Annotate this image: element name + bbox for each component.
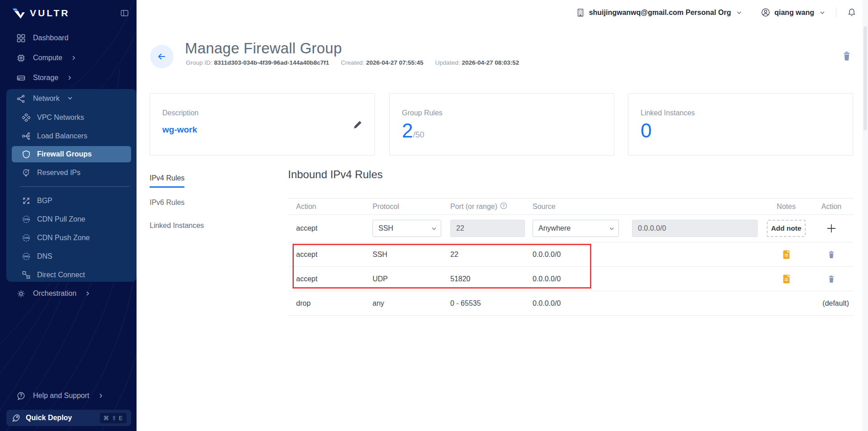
- cdn-pull-zone-icon: CDN: [22, 215, 30, 223]
- back-button[interactable]: [150, 45, 174, 68]
- sidebar-item-cdn-pull-zone[interactable]: CDN CDN Pull Zone: [6, 210, 137, 228]
- pencil-icon: [353, 120, 363, 130]
- chevron-right-icon: [67, 75, 72, 81]
- note-button[interactable]: [782, 274, 791, 284]
- sidebar-item-network[interactable]: Network: [6, 89, 137, 108]
- protocol-select[interactable]: SSH: [373, 220, 441, 237]
- sidebar-item-dns[interactable]: DNS DNS: [6, 247, 137, 265]
- inbound-rules-table: Action Protocol Port (or range) ? Source…: [288, 198, 854, 316]
- chevron-right-icon: [71, 55, 76, 61]
- rule-action: accept: [288, 275, 373, 283]
- sidebar-collapse-icon[interactable]: [121, 9, 128, 17]
- sidebar-item-storage[interactable]: Storage: [0, 68, 137, 88]
- edit-description-button[interactable]: [353, 120, 363, 132]
- linked-instances-card: Linked Instances 0: [628, 93, 853, 156]
- sidebar-item-bgp[interactable]: BGP: [6, 191, 137, 210]
- sidebar-item-label: VPC Networks: [37, 114, 84, 122]
- topbar-divider: [836, 7, 836, 18]
- sidebar-item-load-balancers[interactable]: Load Balancers: [6, 127, 137, 145]
- user-menu[interactable]: qiang wang: [761, 8, 825, 17]
- updated-at: Updated:2026-04-27 08:03:52: [435, 59, 519, 66]
- col-notes: Notes: [777, 203, 796, 211]
- rules-tabs: IPv4 Rules IPv6 Rules Linked Instances: [150, 174, 258, 245]
- card-label: Group Rules: [402, 109, 602, 117]
- new-rule-row: accept SSH Anywhere Add note: [288, 215, 854, 242]
- section-title: Inbound IPv4 Rules: [288, 168, 382, 181]
- source-cidr-input[interactable]: [632, 220, 758, 237]
- logo-text: VULTR: [30, 8, 70, 19]
- chevron-down-icon: [820, 10, 825, 15]
- quick-deploy-button[interactable]: Quick Deploy ⌘ ⇧ E: [6, 410, 131, 426]
- org-label: shuijingwanwq@gmail.com Personal Org: [589, 9, 731, 17]
- default-rule-label: (default): [822, 299, 854, 308]
- rule-action: drop: [288, 299, 373, 308]
- note-button[interactable]: [782, 250, 791, 260]
- arrow-left-icon: [157, 52, 167, 62]
- tab-linked-instances[interactable]: Linked Instances: [150, 222, 204, 234]
- network-icon: [17, 95, 25, 103]
- rule-source: 0.0.0.0/0: [533, 299, 628, 308]
- main-content: shuijingwanwq@gmail.com Personal Org qia…: [137, 0, 868, 431]
- sidebar-item-vpc-networks[interactable]: VPC Networks: [6, 108, 137, 127]
- col-protocol: Protocol: [373, 203, 450, 211]
- notifications-bell-icon[interactable]: [847, 8, 856, 17]
- source-select[interactable]: Anywhere: [533, 220, 619, 237]
- note-icon: [782, 250, 791, 260]
- delete-rule-button[interactable]: [827, 250, 835, 259]
- add-rule-button[interactable]: [826, 223, 836, 233]
- port-input[interactable]: [450, 220, 525, 237]
- sidebar-item-reserved-ips[interactable]: IP Reserved IPs: [6, 163, 137, 182]
- firewall-groups-icon: [22, 150, 30, 158]
- rule-protocol: SSH: [373, 251, 450, 259]
- bgp-icon: [22, 197, 30, 205]
- group-rules-count: 2/50: [402, 121, 602, 141]
- delete-rule-button[interactable]: [827, 275, 835, 284]
- cdn-push-zone-icon: CDN: [22, 234, 30, 242]
- sidebar-item-label: Direct Connect: [37, 271, 85, 279]
- delete-group-button[interactable]: [842, 51, 852, 63]
- sidebar-item-orchestration[interactable]: Orchestration: [0, 284, 137, 303]
- col-action: Action: [288, 203, 373, 211]
- sidebar-item-label: Compute: [33, 54, 62, 62]
- organization-icon: [576, 8, 585, 17]
- sidebar-item-direct-connect[interactable]: Direct Connect: [6, 265, 137, 284]
- storage-icon: [17, 74, 25, 82]
- svg-text:?: ?: [19, 393, 22, 398]
- sidebar-item-label: Help and Support: [33, 392, 90, 400]
- dns-icon: DNS: [22, 252, 30, 260]
- sidebar-item-compute[interactable]: Compute: [0, 48, 137, 68]
- tab-ipv4-rules[interactable]: IPv4 Rules: [150, 174, 184, 188]
- rule-row-default: drop any 0 - 65535 0.0.0.0/0 (default): [288, 291, 854, 316]
- port-help-icon[interactable]: ?: [500, 202, 507, 211]
- sidebar-item-label: CDN Push Zone: [37, 234, 90, 242]
- sidebar-item-label: BGP: [37, 197, 52, 205]
- reserved-ips-icon: IP: [22, 169, 30, 177]
- add-note-button[interactable]: Add note: [767, 220, 806, 237]
- sidebar-item-help-and-support[interactable]: ? Help and Support: [0, 386, 137, 406]
- direct-connect-icon: [22, 271, 30, 279]
- scrollbar[interactable]: [863, 0, 868, 431]
- svg-text:DNS: DNS: [24, 255, 29, 258]
- plus-icon: [826, 223, 836, 233]
- rule-action: accept: [288, 251, 373, 259]
- vultr-app: VULTR Dashboard Compute: [0, 0, 868, 431]
- load-balancers-icon: [22, 132, 30, 140]
- chevron-down-icon: [432, 224, 436, 232]
- sidebar-item-cdn-push-zone[interactable]: CDN CDN Push Zone: [6, 228, 137, 247]
- linked-instances-count: 0: [641, 121, 841, 141]
- org-switcher[interactable]: shuijingwanwq@gmail.com Personal Org: [576, 8, 742, 17]
- description-value[interactable]: wg-work: [162, 125, 197, 135]
- svg-text:CDN: CDN: [24, 237, 29, 239]
- rule-protocol: UDP: [373, 275, 450, 283]
- col-source: Source: [533, 203, 628, 211]
- rule-port: 22: [450, 251, 533, 259]
- tab-ipv6-rules[interactable]: IPv6 Rules: [150, 199, 184, 211]
- rocket-icon: [12, 414, 20, 422]
- network-submenu-panel: Network VPC Networks: [6, 89, 137, 282]
- table-header-row: Action Protocol Port (or range) ? Source…: [288, 198, 854, 215]
- vultr-logo-icon: [12, 7, 25, 19]
- sidebar: VULTR Dashboard Compute: [0, 0, 137, 431]
- sidebar-item-firewall-groups[interactable]: Firewall Groups: [12, 146, 131, 162]
- sidebar-item-dashboard[interactable]: Dashboard: [0, 28, 137, 48]
- scrollbar-thumb[interactable]: [863, 26, 867, 130]
